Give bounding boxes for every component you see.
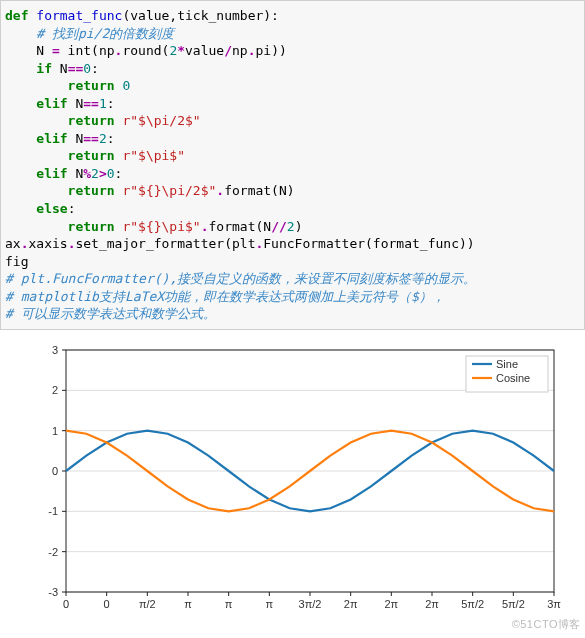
legend-label: Sine — [496, 358, 518, 370]
line-chart: -3-2-1012300π/2πππ3π/22π2π2π5π/25π/23πSi… — [24, 340, 564, 620]
svg-text:2: 2 — [52, 384, 58, 396]
chart-output: -3-2-1012300π/2πππ3π/22π2π2π5π/25π/23πSi… — [0, 330, 585, 628]
fn-params: (value,tick_number): — [122, 8, 279, 23]
svg-text:0: 0 — [52, 465, 58, 477]
svg-text:2π: 2π — [425, 598, 439, 610]
svg-text:2π: 2π — [384, 598, 398, 610]
svg-text:π: π — [225, 598, 233, 610]
svg-text:π/2: π/2 — [139, 598, 156, 610]
svg-text:3π/2: 3π/2 — [299, 598, 322, 610]
svg-text:π: π — [184, 598, 192, 610]
svg-text:2π: 2π — [344, 598, 358, 610]
comment-line: # plt.FuncFormatter(),接受自定义的函数，来设置不同刻度标签… — [5, 271, 476, 286]
svg-text:3: 3 — [52, 344, 58, 356]
legend-label: Cosine — [496, 372, 530, 384]
svg-text:5π/2: 5π/2 — [461, 598, 484, 610]
svg-text:1: 1 — [52, 425, 58, 437]
svg-text:-1: -1 — [48, 505, 58, 517]
svg-text:0: 0 — [104, 598, 110, 610]
comment-line: # matplotlib支持LaTeX功能，即在数学表达式两侧加上美元符号（$）… — [5, 289, 445, 304]
svg-text:π: π — [266, 598, 274, 610]
comment-line: # 找到pi/2的倍数刻度 — [5, 26, 174, 41]
comment-line: # 可以显示数学表达式和数学公式。 — [5, 306, 216, 321]
svg-text:0: 0 — [63, 598, 69, 610]
code-block: def format_func(value,tick_number): # 找到… — [0, 0, 585, 330]
kw-def: def — [5, 8, 28, 23]
svg-text:-3: -3 — [48, 586, 58, 598]
svg-text:3π: 3π — [547, 598, 561, 610]
fn-name: format_func — [28, 8, 122, 23]
watermark-text: ©51CTO博客 — [512, 617, 581, 632]
svg-text:5π/2: 5π/2 — [502, 598, 525, 610]
svg-text:-2: -2 — [48, 546, 58, 558]
